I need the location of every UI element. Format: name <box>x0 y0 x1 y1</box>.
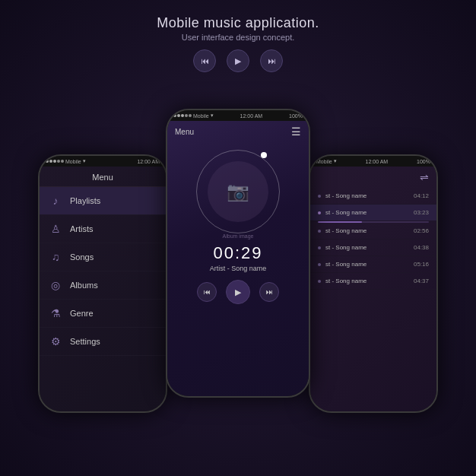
menu-item-settings[interactable]: ⚙ Settings <box>40 328 166 356</box>
song-name: st - Song name <box>325 278 367 284</box>
wifi-icon-right: ▾ <box>334 158 337 164</box>
phone-left-screen: Menu ♪ Playlists ♙ Artists ♫ Songs ◎ Alb… <box>40 167 166 411</box>
player-song: Artist - Song name <box>167 265 309 272</box>
item-dot <box>318 246 321 249</box>
battery-right: 100% <box>417 159 430 164</box>
phone-center-screen: Menu ☰ 📷 Album image 00:29 Artist - Song… <box>167 121 309 396</box>
page-title: Mobile music application. <box>157 15 319 31</box>
rewind-button[interactable]: ⏮ <box>193 49 216 72</box>
phones-container: Mobile ▾ 12:00 AM Menu ♪ Playlists ♙ Art… <box>0 86 476 413</box>
time-left: 12:00 AM <box>137 159 160 164</box>
albums-icon: ◎ <box>49 278 62 292</box>
transport-controls: ⏮ ▶ ⏭ <box>193 49 283 72</box>
menu-label-settings: Settings <box>70 337 100 346</box>
playlist-item[interactable]: st - Song name 04:37 <box>310 273 436 290</box>
item-dot <box>318 263 321 266</box>
song-name: st - Song name <box>325 244 367 251</box>
phone-center: Mobile ▾ 12:00 AM 100% Menu ☰ 📷 Album im… <box>166 109 310 398</box>
playlist-item[interactable]: st - Song name 02:56 <box>310 223 436 240</box>
song-name: st - Song name <box>325 261 367 268</box>
menu-item-artists[interactable]: ♙ Artists <box>40 215 166 243</box>
song-time: 03:23 <box>414 209 429 216</box>
song-time: 02:56 <box>414 227 429 234</box>
play-button[interactable]: ▶ <box>227 49 249 72</box>
songs-icon: ♫ <box>49 250 62 264</box>
playlists-icon: ♪ <box>49 194 62 208</box>
playlist-item[interactable]: st - Song name 04:38 <box>310 240 436 256</box>
player-header: Menu ☰ <box>167 121 309 142</box>
item-dot <box>318 230 321 233</box>
status-bar-center: Mobile ▾ 12:00 AM 100% <box>167 110 309 121</box>
status-bar-left: Mobile ▾ 12:00 AM <box>40 156 166 167</box>
item-dot <box>318 195 321 198</box>
menu-lines-icon: ☰ <box>291 125 301 138</box>
progress-indicator <box>261 152 267 158</box>
carrier-left: Mobile <box>65 159 81 164</box>
time-center: 12:00 AM <box>240 113 263 119</box>
song-time: 04:38 <box>414 244 429 251</box>
menu-label-albums: Albums <box>70 281 98 290</box>
playlist-header: ⇌ <box>310 167 436 188</box>
menu-header: Menu <box>40 167 166 187</box>
player-rewind-button[interactable]: ⏮ <box>197 282 217 302</box>
wifi-icon-center: ▾ <box>211 113 214 119</box>
song-time: 04:37 <box>414 278 429 284</box>
camera-icon: 📷 <box>227 181 249 202</box>
menu-item-genre[interactable]: ⚗ Genre <box>40 300 166 328</box>
shuffle-icon[interactable]: ⇌ <box>420 171 429 183</box>
item-dot <box>318 280 321 283</box>
page-subtitle: User interface design concept. <box>157 33 319 42</box>
battery-center: 100% <box>289 113 303 119</box>
album-art-container: 📷 Album image <box>167 142 309 237</box>
genre-icon: ⚗ <box>49 306 62 320</box>
menu-item-albums[interactable]: ◎ Albums <box>40 271 166 300</box>
phone-right: Mobile ▾ 12:00 AM 100% ⇌ st - Song name … <box>309 154 438 413</box>
player-time: 00:29 <box>167 243 309 263</box>
status-bar-right: Mobile ▾ 12:00 AM 100% <box>310 156 436 167</box>
album-circle: 📷 <box>196 150 280 233</box>
song-time: 05:16 <box>414 261 429 268</box>
menu-label-songs: Songs <box>70 252 94 262</box>
time-right: 12:00 AM <box>366 159 389 164</box>
song-name: st - Song name <box>325 192 367 199</box>
item-dot <box>318 211 321 214</box>
playlist-item[interactable]: st - Song name 03:23 <box>310 205 436 221</box>
song-name: st - Song name <box>325 209 367 216</box>
phone-left: Mobile ▾ 12:00 AM Menu ♪ Playlists ♙ Art… <box>38 154 167 413</box>
phone-right-screen: ⇌ st - Song name 04:12 st - Song name 03… <box>310 167 436 411</box>
menu-label-artists: Artists <box>70 224 94 233</box>
carrier-center: Mobile <box>193 113 209 119</box>
menu-title: Menu <box>92 173 113 182</box>
page-title-block: Mobile music application. User interface… <box>157 15 319 42</box>
menu-label-genre: Genre <box>70 309 94 318</box>
song-time: 04:12 <box>414 192 429 199</box>
artists-icon: ♙ <box>49 222 62 236</box>
song-name: st - Song name <box>325 227 367 234</box>
settings-icon: ⚙ <box>49 335 62 348</box>
player-controls: ⏮ ▶ ⏭ <box>167 280 309 310</box>
menu-item-songs[interactable]: ♫ Songs <box>40 243 166 271</box>
player-menu-label: Menu <box>175 128 194 136</box>
forward-button[interactable]: ⏭ <box>260 49 283 72</box>
player-forward-button[interactable]: ⏭ <box>259 282 279 302</box>
player-play-button[interactable]: ▶ <box>226 280 250 304</box>
playlist-item[interactable]: st - Song name 05:16 <box>310 256 436 273</box>
playlist-item[interactable]: st - Song name 04:12 <box>310 188 436 205</box>
album-label: Album image <box>167 233 309 239</box>
menu-item-playlists[interactable]: ♪ Playlists <box>40 187 166 215</box>
album-art: 📷 <box>208 161 268 222</box>
wifi-icon-left: ▾ <box>83 158 86 164</box>
menu-label-playlists: Playlists <box>70 196 100 205</box>
carrier-right: Mobile <box>316 159 332 164</box>
